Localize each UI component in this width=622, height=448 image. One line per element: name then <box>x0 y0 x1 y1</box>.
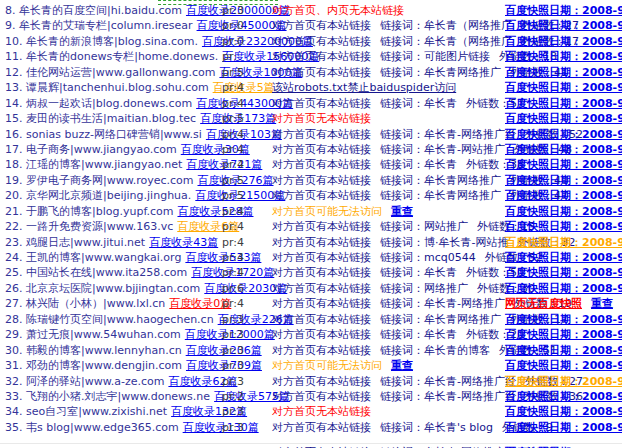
link-word: 链接词：牟长青 <box>380 266 457 279</box>
snapshot-cell: 百度快照日期：2008-9-14 <box>505 111 622 126</box>
snapshot-cell: 百度快照日期：2008-9-14 <box>505 96 622 111</box>
no-snapshot-link[interactable]: 网页无百度快照 <box>505 297 582 310</box>
table-row: 13. 谭晨辉|tanchenhui.blog.sohu.com百度收录5篇 p… <box>0 80 622 95</box>
snapshot-cell: 百度快照日期：2008-9-14 <box>505 250 622 265</box>
pagerank-value: pr: <box>222 49 237 64</box>
table-row: 20. 京华网北京频道|beijing.jinghua.百度收录21500篇 p… <box>0 188 622 203</box>
baidu-snapshot-link[interactable]: 百度快照日期：2008-9-14 <box>505 35 622 48</box>
site-cell: 12. 佳伦网站运营|www.gallonwang.com百度收录1000篇 <box>5 65 302 80</box>
baidu-snapshot-link[interactable]: 百度快照日期：2008-9-14 <box>505 405 622 418</box>
baidu-snapshot-link[interactable]: 百度快照日期：2008-9-14 <box>505 220 622 233</box>
link-status-cell: 对方首页可能无法访问重查 <box>272 358 422 373</box>
baidu-snapshot-link[interactable]: 百度快照日期：2008-9-14 <box>505 50 622 63</box>
baidu-snapshot-link[interactable]: 百度快照日期：2008-9-14 <box>505 19 622 32</box>
baidu-snapshot-link[interactable]: 百度快照日期：2008-9-10 <box>505 81 622 94</box>
status-text: 对方首页有本站链接 <box>272 375 371 388</box>
site-cell: 28. 陈瑞键竹页空间|www.haogechen.cn百度收录226篇 <box>5 312 294 327</box>
baidu-snapshot-link[interactable]: 百度快照日期：2008-9-14 <box>505 189 622 202</box>
baidu-included-link[interactable]: 百度收录43篇 <box>149 236 218 249</box>
table-row: 35. 韦s blog|www.edge365.com百度收录130篇 pr:3… <box>0 420 622 435</box>
baidu-snapshot-link[interactable]: 百度快照日期：2008-9-14 <box>505 344 622 357</box>
site-cell: 35. 韦s blog|www.edge365.com百度收录130篇 <box>5 420 259 435</box>
pagerank-value: pr:4 <box>222 265 244 280</box>
site-label: 28. 陈瑞键竹页空间|www.haogechen.cn <box>5 313 214 326</box>
snapshot-cell: 百度快照日期：2008-9-14 <box>505 65 622 80</box>
status-text: 对方首页有本站链接 <box>272 220 371 233</box>
site-label: 33. 飞翔的小猪.刘志宇|www.donews.ne <box>5 390 210 403</box>
link-status-cell: 对方首页可能无法访问重查 <box>272 204 422 219</box>
snapshot-cell: 百度快照日期：2008-9-14 <box>505 420 622 435</box>
recheck-link[interactable]: 重查 <box>391 359 413 372</box>
baidu-snapshot-link[interactable]: 百度快照日期：2008-9-14 <box>505 282 622 295</box>
pagerank-value: pr:4 <box>222 96 244 111</box>
link-status-cell: 对方首页无本站链接 <box>272 404 380 419</box>
table-row: 10. 牟长青的新浪博客|blog.sina.com.百度收录23200000篇… <box>0 34 622 49</box>
pagerank-value: pr:4 <box>222 219 244 234</box>
table-row: 31. 邓劲的博客|www.dengjin.com百度收录709篇 pr:3 对… <box>0 358 622 373</box>
site-cell: 14. 炳叔一起欢话|blog.donews.com百度收录443000篇 <box>5 96 293 111</box>
baidu-snapshot-link[interactable]: 百度快照日期：2008-9-4 <box>505 236 622 249</box>
snapshot-cell: 网页无百度快照重查 <box>505 296 622 311</box>
baidu-snapshot-link[interactable]: 百度快照日期：2008-9-14 <box>505 205 622 218</box>
baidu-included-link[interactable]: 百度收录130篇 <box>183 421 259 434</box>
baidu-snapshot-link[interactable]: 百度快照日期：2008-9-13 <box>505 313 622 326</box>
link-word: 链接词：牟长青网络推广 <box>380 189 501 202</box>
pagerank-value: pr:4 <box>222 127 244 142</box>
baidu-snapshot-link[interactable]: 百度快照日期：2008-9-14 <box>505 143 622 156</box>
table-row: 9. 牟长青的艾瑞专栏|column.iresear百度收录45000篇 pr:… <box>0 18 622 33</box>
site-label: 9. 牟长青的艾瑞专栏|column.iresear <box>5 19 193 32</box>
site-cell: 9. 牟长青的艾瑞专栏|column.iresear百度收录45000篇 <box>5 18 287 33</box>
site-label: 17. 电子商务|www.jiangyao.com <box>5 143 177 156</box>
site-label: 14. 炳叔一起欢话|blog.donews.com <box>5 97 192 110</box>
baidu-snapshot-link[interactable]: 百度快照日期：2008-9-14 <box>505 390 622 403</box>
site-label: 16. sonias buzz-网络口碑营销|www.si <box>5 128 202 141</box>
link-word: 链接词：牟长青的博客 <box>380 344 490 357</box>
baidu-snapshot-link[interactable]: 百度快照日期：2008-9-14 <box>505 421 622 434</box>
link-word: 链接词：牟长青（网络推广 <box>380 35 512 48</box>
recheck-link[interactable]: 重查 <box>591 297 613 310</box>
link-status-cell: 对方首页有本站链接链接词：牟长青外链数：50 <box>272 265 533 280</box>
status-text: 对方首页有本站链接 <box>272 50 371 63</box>
baidu-snapshot-link[interactable]: 百度快照日期：2008-9-14 <box>505 66 622 79</box>
table-row: 15. 麦田的读书生活|maitian.blog.tec百度收录173篇 pr:… <box>0 111 622 126</box>
link-word: 链接词：牟长青 <box>380 328 457 341</box>
table-row: 30. 韩毅的博客|www.lennyhan.cn百度收录206篇 pr:3 对… <box>0 343 622 358</box>
baidu-snapshot-link[interactable]: 百度快照日期：2008-9-14 <box>505 359 622 372</box>
pagerank-value: pr:4 <box>222 204 244 219</box>
snapshot-cell: 百度快照日期：2008-9-14 <box>505 142 622 157</box>
baidu-snapshot-link[interactable]: 百度快照日期：2008-9-12 <box>505 158 622 171</box>
site-label: 20. 京华网北京频道|beijing.jinghua. <box>5 189 191 202</box>
table-row: 36. pr: 对方首页有本站链接链接词：牟长青-网络推广经外链数： 百度快照日… <box>0 443 622 448</box>
baidu-snapshot-link[interactable]: 百度快照日期：2008-9-14 <box>505 251 622 264</box>
baidu-snapshot-link[interactable]: 百度快照日期：2008-9-9 <box>505 128 622 141</box>
link-word: 链接词：牟长青-网络推广经 <box>380 390 516 403</box>
table-row: 32. 阿泽的驿站|www.a-ze.com百度收录62篇 pr:3 对方首页有… <box>0 374 622 389</box>
link-word: 链接词：牟长青-网络推广 <box>380 297 505 310</box>
robots-blocked-link[interactable]: 该站robots.txt禁止baiduspider访问 <box>272 81 456 94</box>
status-text: 对方首页有本站链接 <box>272 236 371 249</box>
pagerank-value: pr:5 <box>222 65 244 80</box>
baidu-snapshot-link[interactable]: 百度快照日期：2008-9-14 <box>505 112 622 125</box>
snapshot-cell: 百度快照日期：2008-9-14 <box>505 188 622 203</box>
status-text: 对方首页有本站链接 <box>272 251 371 264</box>
baidu-snapshot-link[interactable]: 百度快照日期：2008-9-11 <box>505 266 622 279</box>
site-label: 19. 罗伊电子商务网|www.royec.com <box>5 174 194 187</box>
baidu-snapshot-link[interactable]: 百度快照日期：2008-9-14 <box>505 97 622 110</box>
site-label: 30. 韩毅的博客|www.lennyhan.cn <box>5 344 182 357</box>
baidu-snapshot-link[interactable]: 百度快照日期：2008-9-14 <box>505 328 622 341</box>
link-word: 链接词：牟长青 <box>380 158 457 171</box>
link-status-cell: 对方首页有本站链接链接词：网络推广外链数：30 <box>272 281 544 296</box>
snapshot-cell: 百度快照日期：2008-9-14 <box>505 173 622 188</box>
table-row: 26. 北京京坛医院|www.bjjingtan.com百度收录2030篇 pr… <box>0 281 622 296</box>
baidu-snapshot-link[interactable]: 百度快照日期：2008-9-14 <box>505 174 622 187</box>
table-row: 11. 牟长青的donews专栏|home.donews.百度收录156000篇… <box>0 49 622 64</box>
site-cell: 17. 电子商务|www.jiangyao.com百度收录30篇 <box>5 142 250 157</box>
recheck-link[interactable]: 重查 <box>391 205 413 218</box>
baidu-snapshot-link[interactable]: 百度快照日期：2008-9-14 <box>505 4 622 17</box>
snapshot-cell: 百度快照日期：2008-9-4 <box>505 235 622 250</box>
snapshot-cell: 百度快照日期：2008-9-14 <box>505 3 622 18</box>
link-status-cell: 对方首页有本站链接链接词：牟长青外链数：38 <box>272 157 533 172</box>
baidu-snapshot-link[interactable]: 百度快照日期：2008-9-2 <box>505 375 622 388</box>
status-text: 对方首页有本站链接 <box>272 282 371 295</box>
snapshot-cell: 百度快照日期：2008-9-14 <box>505 219 622 234</box>
